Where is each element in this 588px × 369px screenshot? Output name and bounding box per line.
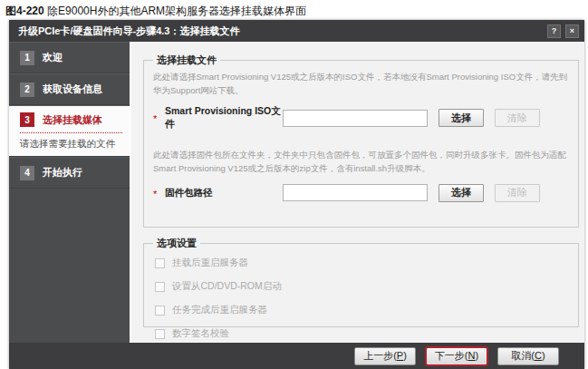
sidebar-filler xyxy=(9,189,130,343)
step-content: 选择挂载文件 此处请选择Smart Provisioning V125或之后版本… xyxy=(131,42,584,343)
mount-file-group: 选择挂载文件 此处请选择Smart Provisioning V125或之后版本… xyxy=(143,53,579,228)
options-group-legend: 选项设置 xyxy=(153,237,200,250)
iso-path-input[interactable] xyxy=(283,110,428,127)
step-label: 选择挂载媒体 xyxy=(43,113,102,127)
help-icon[interactable]: ? xyxy=(547,24,561,38)
figure-title: 除E9000H外的其他ARM架构服务器选择挂载媒体界面 xyxy=(47,5,306,17)
step-number-badge: 4 xyxy=(20,166,34,180)
step-number-badge: 2 xyxy=(20,83,34,97)
upgrade-wizard-dialog: 升级PCIe卡/硬盘固件向导-步骤4.3：选择挂载文件 ? × 1 欢迎 2 获… xyxy=(9,20,584,369)
iso-clear-button[interactable]: 清除 xyxy=(495,109,540,127)
option-row-boot-from-cd: 设置从CD/DVD-ROM启动 xyxy=(155,280,569,293)
dialog-body: 1 欢迎 2 获取设备信息 3 选择挂载媒体 请选择需要挂载的文件 4 开始执行 xyxy=(9,42,584,343)
wizard-step-select-media-active: 3 选择挂载媒体 请选择需要挂载的文件 xyxy=(9,105,130,157)
cancel-button[interactable]: 取消(C) xyxy=(497,347,559,365)
previous-step-button[interactable]: 上一步(P) xyxy=(354,347,416,365)
options-group: 选项设置 挂载后重启服务器 设置从CD/DVD-ROM启动 任务完成后重启服务器… xyxy=(143,237,579,327)
firmware-field-row: * 固件包路径 选择 清除 xyxy=(153,184,569,202)
figure-label: 图4-220 xyxy=(5,5,44,17)
step-label: 欢迎 xyxy=(43,51,63,64)
step-label: 获取设备信息 xyxy=(43,83,102,96)
active-step-row: 3 选择挂载媒体 xyxy=(20,112,122,133)
iso-field-label: Smart Provisioning ISO文件 xyxy=(165,105,283,131)
wizard-sidebar: 1 欢迎 2 获取设备信息 3 选择挂载媒体 请选择需要挂载的文件 4 开始执行 xyxy=(9,42,131,343)
step-label: 开始执行 xyxy=(43,166,82,180)
firmware-hint-text: 此处请选择固件包所在文件夹，文件夹中只包含固件包，可放置多个固件包，同时升级多张… xyxy=(153,149,569,175)
firmware-clear-button[interactable]: 清除 xyxy=(495,184,540,202)
active-step-subtitle: 请选择需要挂载的文件 xyxy=(20,138,122,151)
wizard-step-device-info: 2 获取设备信息 xyxy=(9,73,130,105)
wizard-step-execute: 4 开始执行 xyxy=(9,157,130,189)
mount-file-group-legend: 选择挂载文件 xyxy=(153,53,220,67)
checkbox-label: 设置从CD/DVD-ROM启动 xyxy=(172,280,282,293)
option-row-restart-after-mount: 挂载后重启服务器 xyxy=(155,257,569,269)
dialog-titlebar: 升级PCIe卡/硬盘固件向导-步骤4.3：选择挂载文件 ? × xyxy=(9,20,584,42)
required-mark: * xyxy=(153,187,165,199)
option-row-restart-after-task: 任务完成后重启服务器 xyxy=(155,304,569,316)
required-mark: * xyxy=(153,112,165,124)
checkbox-boot-from-cd[interactable] xyxy=(155,282,165,292)
iso-hint-text: 此处请选择Smart Provisioning V125或之后版本的ISO文件，… xyxy=(153,71,569,97)
wizard-step-welcome: 1 欢迎 xyxy=(9,42,130,73)
step-number-badge: 3 xyxy=(20,112,34,127)
option-row-signature-verify: 数字签名校验 xyxy=(155,327,569,340)
checkbox-label: 挂载后重启服务器 xyxy=(172,257,248,269)
checkbox-label: 任务完成后重启服务器 xyxy=(172,304,267,316)
close-icon[interactable]: × xyxy=(565,24,579,38)
checkbox-restart-after-task[interactable] xyxy=(155,306,165,316)
firmware-select-button[interactable]: 选择 xyxy=(439,184,484,202)
dialog-footer: 上一步(P) 下一步(N) 取消(C) xyxy=(9,343,584,369)
dialog-title: 升级PCIe卡/硬盘固件向导-步骤4.3：选择挂载文件 xyxy=(18,24,239,38)
firmware-field-label: 固件包路径 xyxy=(165,187,283,199)
iso-select-button[interactable]: 选择 xyxy=(439,109,484,127)
firmware-path-input[interactable] xyxy=(283,184,428,201)
checkbox-restart-after-mount[interactable] xyxy=(155,258,165,268)
figure-caption: 图4-220 除E9000H外的其他ARM架构服务器选择挂载媒体界面 xyxy=(0,0,588,19)
step-number-badge: 1 xyxy=(20,51,34,65)
checkbox-signature-verify[interactable] xyxy=(155,329,165,339)
checkbox-label: 数字签名校验 xyxy=(172,327,229,340)
iso-field-row: * Smart Provisioning ISO文件 选择 清除 xyxy=(153,105,569,131)
next-step-button[interactable]: 下一步(N) xyxy=(426,347,487,365)
